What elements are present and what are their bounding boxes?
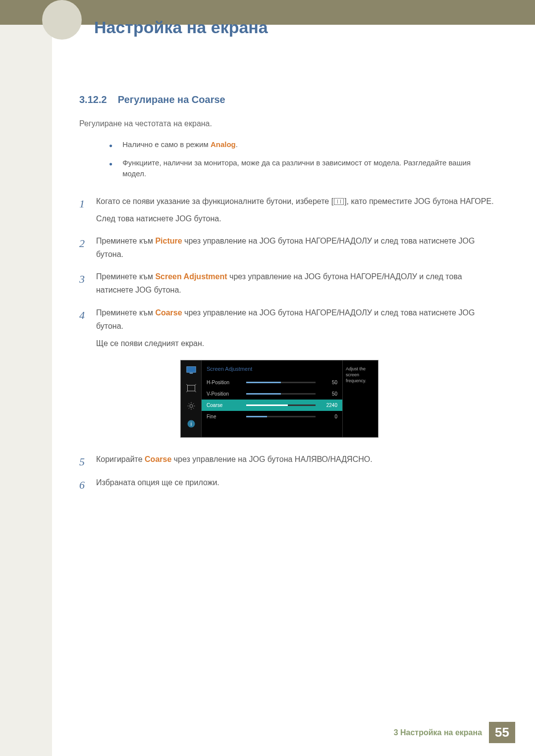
- content-area: 3.12.2 Регулиране на Coarse Регулиране н…: [79, 94, 495, 500]
- section-number: 3.12.2: [79, 94, 107, 105]
- step-1: 1 Когато се появи указание за функционал…: [79, 195, 495, 229]
- menu-button-icon: [334, 198, 344, 205]
- step-number: 4: [79, 306, 96, 448]
- osd-row: Fine0: [202, 411, 342, 422]
- bullet-icon: ●: [109, 139, 112, 151]
- step-body: Когато се появи указание за функционални…: [96, 195, 495, 229]
- step-body: Преминете към Picture чрез управление на…: [96, 234, 495, 265]
- footer-text: 3 Настройка на екрана: [394, 728, 482, 737]
- osd-help-text: Adjust the screen frequency.: [342, 360, 378, 437]
- osd-row-value: 2240: [321, 401, 337, 409]
- note-text: Функциите, налични за монитора, може да …: [122, 157, 495, 180]
- step-body: Преминете към Screen Adjustment чрез упр…: [96, 270, 495, 301]
- note-text: Налично е само в режим Analog.: [122, 139, 238, 151]
- step-body: Коригирайте Coarse чрез управление на JO…: [96, 453, 495, 471]
- osd-slider: [246, 416, 316, 417]
- note-block: ● Налично е само в режим Analog. ● Функц…: [109, 139, 495, 180]
- osd-row-label: H-Position: [207, 378, 241, 387]
- osd-row-label: Fine: [207, 412, 241, 421]
- osd-main: Screen Adjustment H-Position50V-Position…: [202, 360, 342, 437]
- svg-text:i: i: [190, 421, 191, 427]
- osd-row: Coarse2240: [202, 400, 342, 411]
- osd-slider: [246, 382, 316, 383]
- step-body: Преминете към Coarse чрез управление на …: [96, 306, 495, 448]
- left-sidebar: [0, 0, 52, 756]
- osd-row-label: Coarse: [207, 401, 241, 409]
- step-number: 6: [79, 476, 96, 494]
- osd-slider: [246, 393, 316, 395]
- steps-list: 1 Когато се появи указание за функционал…: [79, 195, 495, 495]
- osd-row: H-Position50: [202, 377, 342, 388]
- monitor-icon: [186, 365, 197, 375]
- section-title: Регулиране на Coarse: [118, 94, 225, 105]
- info-icon: i: [186, 419, 197, 429]
- chapter-badge: [42, 0, 82, 40]
- osd-row-value: 0: [321, 412, 337, 421]
- osd-sidebar: i: [181, 360, 202, 437]
- step-6: 6 Избраната опция ще се приложи.: [79, 476, 495, 494]
- osd-row-value: 50: [321, 390, 337, 398]
- step-4: 4 Преминете към Coarse чрез управление н…: [79, 306, 495, 448]
- step-number: 2: [79, 234, 96, 265]
- note-item: ● Налично е само в режим Analog.: [109, 139, 495, 151]
- osd-row: V-Position50: [202, 388, 342, 400]
- step-number: 5: [79, 453, 96, 471]
- section-intro: Регулиране на честотата на екрана.: [79, 119, 495, 128]
- page-title: Настройка на екрана: [94, 18, 268, 37]
- svg-rect-2: [187, 385, 195, 391]
- osd-row-label: V-Position: [207, 390, 241, 398]
- page-number: 55: [489, 722, 515, 743]
- step-number: 1: [79, 195, 96, 229]
- osd-screenshot: i Screen Adjustment H-Position50V-Positi…: [180, 360, 378, 438]
- svg-rect-1: [189, 373, 193, 374]
- step-5: 5 Коригирайте Coarse чрез управление на …: [79, 453, 495, 471]
- svg-point-3: [190, 404, 193, 407]
- step-2: 2 Преминете към Picture чрез управление …: [79, 234, 495, 265]
- step-body: Избраната опция ще се приложи.: [96, 476, 495, 494]
- osd-title: Screen Adjustment: [202, 364, 342, 377]
- svg-rect-0: [186, 367, 195, 373]
- osd-row-value: 50: [321, 378, 337, 387]
- bullet-icon: ●: [109, 157, 112, 180]
- gear-icon: [186, 401, 197, 411]
- osd-slider: [246, 404, 316, 406]
- step-3: 3 Преминете към Screen Adjustment чрез у…: [79, 270, 495, 301]
- resize-icon: [186, 383, 197, 393]
- note-item: ● Функциите, налични за монитора, може д…: [109, 157, 495, 180]
- section-heading: 3.12.2 Регулиране на Coarse: [79, 94, 495, 105]
- step-number: 3: [79, 270, 96, 301]
- footer: 3 Настройка на екрана 55: [394, 722, 515, 743]
